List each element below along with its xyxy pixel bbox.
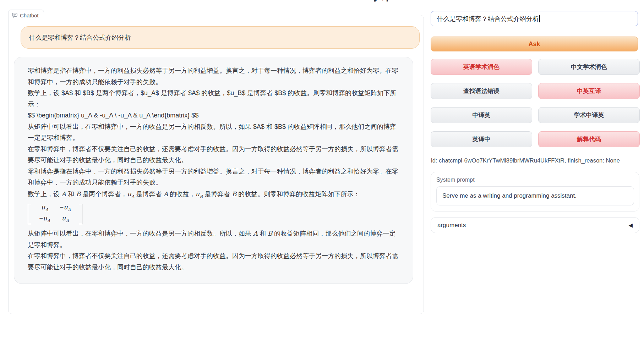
system-prompt-group: System prompt Serve me as a writing and … bbox=[431, 172, 639, 211]
question-input-value: 什么是零和博弈？结合公式介绍分析 bbox=[437, 15, 539, 23]
bot-paragraph: 在零和博弈中，博弈者不仅要关注自己的收益，还需要考虑对手的收益。因为一方取得的收… bbox=[28, 251, 401, 273]
chatbot-label: Chatbot bbox=[20, 12, 39, 18]
arguments-accordion[interactable]: arguments ◀ bbox=[431, 217, 639, 233]
accordion-collapse-icon: ◀ bbox=[628, 222, 633, 229]
control-column: 什么是零和博弈？结合公式介绍分析 Ask 英语学术润色 中文学术润色 查找语法错… bbox=[431, 0, 640, 341]
button-en-to-zh[interactable]: 英译中 bbox=[431, 131, 532, 147]
system-prompt-input[interactable]: Serve me as a writing and programming as… bbox=[436, 186, 634, 205]
button-zh-en-mutual-translate[interactable]: 中英互译 bbox=[538, 83, 640, 99]
question-input[interactable]: 什么是零和博弈？结合公式介绍分析 bbox=[431, 11, 638, 26]
bot-paragraph: 在零和博弈中，博弈者不仅要关注自己的收益，还需要考虑对手的收益。因为一方取得的收… bbox=[28, 144, 401, 166]
bot-message-bubble: 零和博弈是指在博弈中，一方的利益损失必然等于另一方的利益增益。换言之，对于每一种… bbox=[14, 57, 413, 284]
button-explain-code[interactable]: 解释代码 bbox=[538, 131, 640, 147]
system-prompt-label: System prompt bbox=[436, 177, 634, 183]
user-message-bubble: 什么是零和博弈？结合公式介绍分析 bbox=[21, 26, 420, 49]
arguments-accordion-label: arguments bbox=[437, 222, 466, 229]
bot-paragraph: 数学上，设 $A$ 和 $B$ 是两个博弈者，$u_A$ 是博弈者 $A$ 的收… bbox=[28, 88, 401, 110]
button-academic-zh-to-en[interactable]: 学术中译英 bbox=[538, 107, 640, 123]
chatbot-label-tab: Chatbot bbox=[8, 10, 44, 21]
bot-paragraph: 从矩阵中可以看出，在零和博弈中，一方的收益是另一方的相反数。所以，如果 $A$ … bbox=[28, 121, 401, 144]
button-zh-to-en[interactable]: 中译英 bbox=[431, 107, 532, 123]
bot-raw-latex-line: $$ \begin{bmatrix} u_A & -u_A \ -u_A & u… bbox=[28, 110, 401, 121]
text-cursor bbox=[539, 15, 540, 22]
button-find-grammar-errors[interactable]: 查找语法错误 bbox=[431, 83, 532, 99]
bot-math-paragraph: 数学上，设 A 和 B 是两个博弈者，uA 是博弈者 A 的收益，uB 是博弈者… bbox=[28, 188, 401, 202]
bot-paragraph: 零和博弈是指在博弈中，一方的利益损失必然等于另一方的利益增益。换言之，对于每一种… bbox=[28, 166, 401, 188]
button-english-academic-polish[interactable]: 英语学术润色 bbox=[431, 59, 532, 75]
payoff-matrix: uA−uA−uAuA bbox=[28, 204, 82, 224]
bot-paragraph: 零和博弈是指在博弈中，一方的利益损失必然等于另一方的利益增益。换言之，对于每一种… bbox=[28, 65, 401, 88]
clipped-page-title: ChatGPT 学术优化 bbox=[320, 0, 398, 3]
matrix-right-bracket bbox=[79, 204, 82, 224]
user-message-text: 什么是零和博弈？结合公式介绍分析 bbox=[29, 33, 131, 42]
chatbot-panel: 什么是零和博弈？结合公式介绍分析 零和博弈是指在博弈中，一方的利益损失必然等于另… bbox=[8, 15, 424, 314]
chat-bubble-icon bbox=[12, 13, 17, 18]
matrix-left-bracket bbox=[28, 204, 31, 224]
bot-math-paragraph: 从矩阵中可以看出，在零和博弈中，一方的收益是另一方的相反数。所以，如果 A 和 … bbox=[28, 228, 401, 251]
response-status-line: id: chatcmpl-6wOo7KrYTwMl89lbrMWRu4UkFFX… bbox=[431, 157, 620, 164]
button-chinese-academic-polish[interactable]: 中文学术润色 bbox=[538, 59, 640, 75]
ask-button[interactable]: Ask bbox=[431, 37, 638, 51]
